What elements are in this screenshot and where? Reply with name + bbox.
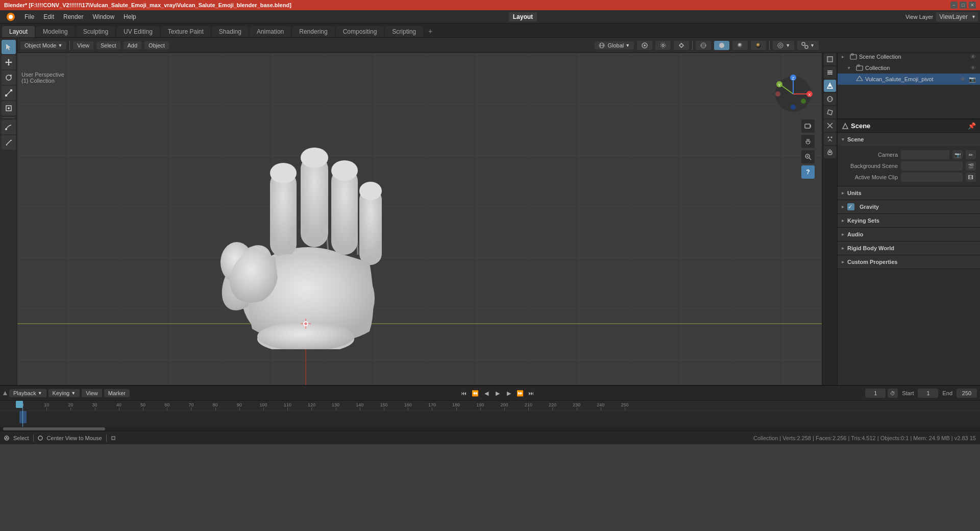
tab-layout[interactable]: Layout [2,26,35,37]
solid-btn[interactable] [714,41,729,50]
scene-props-btn[interactable] [824,80,836,92]
keying-sets-header[interactable]: ▸ Keying Sets [838,214,980,227]
bg-scene-value[interactable] [901,161,963,171]
timeline-scrollbar[interactable] [0,427,980,431]
rigid-body-header[interactable]: ▸ Rigid Body World [838,242,980,255]
timeline-scrollbar-thumb[interactable] [3,427,105,430]
end-frame-input[interactable]: 250 [957,389,977,398]
view-layer-dropdown[interactable]: ViewLayer ▼ [936,12,978,21]
menu-help[interactable]: Help [119,12,140,21]
viewport[interactable]: Object Mode ▼ View Select Add Object Glo… [17,38,822,385]
viewport-add-menu[interactable]: Add [124,41,142,50]
tab-compositing[interactable]: Compositing [336,26,384,37]
physics-btn[interactable] [824,146,836,158]
tab-uv-editing[interactable]: UV Editing [116,26,160,37]
outliner-toggle-1[interactable]: ▸ [842,54,848,59]
viewport-canvas[interactable]: User Perspective (1) Collection [17,53,822,385]
tool-cursor[interactable] [2,40,16,54]
menu-render[interactable]: Render [59,12,87,21]
camera-edit-btn[interactable]: ✏ [966,150,976,159]
tab-scripting[interactable]: Scripting [385,26,423,37]
next-frame-btn[interactable]: ▶ [504,389,513,398]
tab-modeling[interactable]: Modeling [36,26,75,37]
timeline-track[interactable]: 0102030405060708090100110120130140150160… [0,400,980,427]
viewport-overlay[interactable]: ▼ [797,41,819,50]
tab-rendering[interactable]: Rendering [292,26,334,37]
modifiers-btn[interactable] [824,119,836,132]
outliner-mesh-item[interactable]: Vulcan_Salute_Emoji_pivot 👁 📷 [838,74,980,85]
timeline-track-area[interactable] [0,411,980,427]
outliner-vis-2[interactable]: 👁 [970,65,976,71]
properties-pin-btn[interactable]: 📌 [968,122,976,130]
viewport-mode-button[interactable]: Object Mode ▼ [20,41,66,50]
outliner-render-vis-3[interactable]: 📷 [969,76,976,83]
wireframe-btn[interactable] [696,41,711,50]
menu-edit[interactable]: Edit [39,12,58,21]
maximize-button[interactable]: □ [960,2,967,9]
gravity-checkbox[interactable]: ✓ [847,203,854,210]
camera-browse-btn[interactable]: 📷 [952,150,963,159]
menu-file[interactable]: File [20,12,38,21]
particles-btn[interactable] [824,133,836,145]
viewport-snap-btn[interactable] [637,41,652,50]
viewport-select-menu[interactable]: Select [96,41,120,50]
gravity-section-header[interactable]: ▸ ✓ Gravity [838,200,980,213]
layout-tab-active[interactable]: Layout [509,12,537,21]
jump-end-btn[interactable]: ⏭ [527,389,536,398]
output-props-btn[interactable] [824,53,836,65]
view-layer-props-btn[interactable] [824,66,836,79]
playback-menu[interactable]: Playback ▼ [9,389,46,397]
keying-menu[interactable]: Keying ▼ [48,389,80,397]
camera-view-btn[interactable] [801,119,815,133]
grab-btn[interactable] [801,135,815,148]
viewport-proportional-btn[interactable] [655,41,671,50]
tab-shading[interactable]: Shading [212,26,249,37]
tool-rotate[interactable] [2,70,16,85]
movie-clip-value[interactable] [901,173,963,182]
material-btn[interactable] [732,41,748,50]
viewport-object-menu[interactable]: Object [144,41,169,50]
prev-frame-btn[interactable]: ◀ [482,389,491,398]
jump-start-btn[interactable]: ⏮ [459,389,469,398]
play-btn[interactable]: ▶ [493,389,502,398]
close-button[interactable]: ✕ [969,2,976,9]
world-props-btn[interactable] [824,93,836,105]
menu-window[interactable]: Window [88,12,118,21]
tool-measure[interactable] [2,135,16,150]
tool-transform[interactable] [2,101,16,115]
camera-value[interactable] [901,150,949,159]
frame-clock-btn[interactable]: ⏱ [888,389,898,398]
minimize-button[interactable]: − [950,2,958,9]
tab-animation[interactable]: Animation [250,26,291,37]
rendered-btn[interactable] [751,41,766,50]
tool-annotate[interactable] [2,120,16,134]
timeline-view-menu[interactable]: View [82,389,102,397]
object-props-btn[interactable] [824,106,836,118]
menu-blender[interactable] [2,11,19,22]
outliner-vis-1[interactable]: 👁 [970,54,976,60]
timeline-collapse-btn[interactable] [3,391,7,395]
prev-keyframe-btn[interactable]: ⏪ [471,389,480,398]
marker-menu[interactable]: Marker [104,389,130,397]
scene-section-header[interactable]: ▾ Scene [838,133,980,146]
viewport-global-btn[interactable]: Global ▼ [595,41,634,50]
outliner-collection[interactable]: ▾ Collection 👁 [838,62,980,74]
help-btn[interactable]: ? [801,165,815,179]
tab-texture-paint[interactable]: Texture Paint [161,26,211,37]
tool-scale[interactable] [2,86,16,100]
viewport-transform-pivot[interactable] [674,41,689,50]
tab-sculpting[interactable]: Sculpting [76,26,115,37]
start-frame-input[interactable]: 1 [918,389,938,398]
next-keyframe-btn[interactable]: ⏩ [516,389,525,398]
movie-clip-btn[interactable]: 🎞 [966,173,976,182]
current-frame-input[interactable]: 1 [865,389,886,398]
units-section-header[interactable]: ▸ Units [838,186,980,200]
navigation-gizmo[interactable]: X Y Z [773,74,814,114]
outliner-toggle-2[interactable]: ▾ [848,65,854,70]
outliner-vis-3[interactable]: 👁 [960,76,966,82]
custom-props-header[interactable]: ▸ Custom Properties [838,255,980,269]
add-workspace-button[interactable]: + [424,25,436,37]
viewport-gizmo-overlay[interactable]: ▼ [773,41,794,50]
audio-section-header[interactable]: ▸ Audio [838,228,980,241]
zoom-btn[interactable] [801,150,815,163]
